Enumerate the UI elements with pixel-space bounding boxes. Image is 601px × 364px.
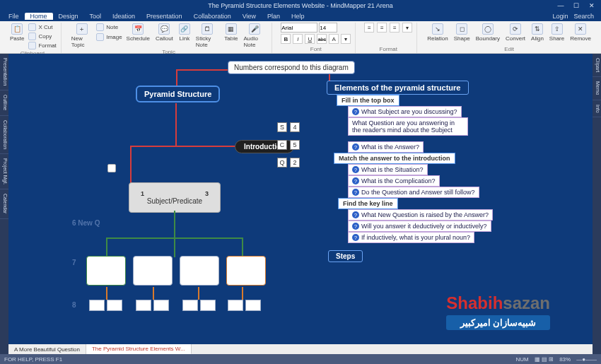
pyramid-structure-node[interactable]: Pyramid Structure	[136, 86, 220, 102]
key-q[interactable]: Q	[277, 158, 287, 168]
minimize-button[interactable]: —	[556, 2, 566, 9]
tab-info[interactable]: Info	[593, 100, 601, 118]
highlight-button[interactable]: ▾	[341, 34, 351, 44]
audio-note-button[interactable]: 🎤Audio Note	[242, 23, 267, 49]
tab-project-mgt[interactable]: Project Mgt.	[0, 154, 8, 189]
menu-plan[interactable]: Plan	[262, 13, 286, 20]
section-key-line[interactable]: Find the key line	[338, 198, 398, 209]
login-link[interactable]: Login	[552, 13, 568, 20]
item-answer[interactable]: ?What is the Answer?	[348, 141, 424, 153]
tab-presentation[interactable]: Presentation	[0, 54, 8, 90]
status-bar: FOR HELP, PRESS F1 NUM ▦ ▤ ⊞ 83% —●——	[0, 354, 601, 364]
remove-button[interactable]: ✕Remove	[568, 23, 593, 42]
tab-calendar[interactable]: Calendar	[0, 189, 8, 218]
top-banner-node[interactable]: Numbers correspond to this diagram	[228, 61, 355, 74]
dim-7: 7	[72, 259, 76, 266]
sub-leaf[interactable]	[228, 300, 243, 311]
sub-leaf[interactable]	[245, 300, 261, 311]
menu-tool[interactable]: Tool	[84, 13, 107, 20]
menu-collaboration[interactable]: Collaboration	[188, 13, 237, 20]
mindmap-canvas[interactable]: Numbers correspond to this diagram Pyram…	[8, 54, 593, 344]
tab-memo[interactable]: Memo	[593, 77, 601, 100]
font-size-select[interactable]	[319, 23, 337, 33]
menu-ideation[interactable]: Ideation	[107, 13, 141, 20]
font-family-select[interactable]	[281, 23, 317, 33]
key-4[interactable]: 4	[290, 122, 300, 132]
fill-button[interactable]: ▾	[402, 23, 412, 33]
leaf-node[interactable]	[226, 256, 266, 286]
zoom-slider[interactable]: —●——	[576, 356, 597, 363]
leaf-node[interactable]	[86, 256, 126, 286]
menu-home[interactable]: Home	[25, 13, 53, 20]
table-button[interactable]: ▦Table	[223, 23, 239, 42]
link-button[interactable]: 🔗Link	[177, 23, 192, 42]
leaf-node[interactable]	[133, 256, 173, 286]
close-button[interactable]: ✕	[587, 2, 597, 9]
doc-tab-2[interactable]: The Pyramid Structure Elements W...	[86, 344, 192, 354]
align-left-button[interactable]: ≡	[364, 23, 374, 33]
new-topic-button[interactable]: ＋New Topic	[70, 23, 94, 49]
item-plural-noun[interactable]: ?If inductively, what is your plural nou…	[348, 232, 474, 243]
item-question[interactable]: What Question are you answering in the r…	[348, 117, 468, 136]
share-button[interactable]: ⇪Share	[548, 23, 566, 42]
section-fill-top-box[interactable]: Fill in the top box	[337, 95, 399, 106]
sub-leaf[interactable]	[153, 300, 169, 311]
item-qa-follow[interactable]: ?Do the Question and Answer still follow…	[348, 187, 479, 198]
align-center-button[interactable]: ≡	[377, 23, 387, 33]
shape-button[interactable]: ◻Shape	[453, 23, 472, 42]
strike-button[interactable]: abc	[317, 34, 327, 44]
item-deductive-inductive[interactable]: ?Will you answer it deductively or induc…	[348, 221, 491, 232]
zoom-level[interactable]: 83%	[559, 356, 571, 363]
steps-node[interactable]: Steps	[328, 250, 363, 262]
sub-leaf[interactable]	[200, 300, 216, 311]
key-c[interactable]: C	[277, 140, 287, 150]
copy-button[interactable]: Copy	[28, 32, 56, 41]
tab-collaboration[interactable]: Collaboration	[0, 116, 8, 154]
font-color-button[interactable]: A	[329, 34, 339, 44]
elements-head-node[interactable]: Elements of the pyramid structure	[327, 81, 469, 95]
question-icon: ?	[352, 166, 359, 173]
menu-view[interactable]: View	[237, 13, 262, 20]
item-subject[interactable]: ?What Subject are you discussing?	[348, 106, 462, 117]
sub-leaf[interactable]	[182, 300, 198, 311]
sub-leaf[interactable]	[107, 300, 122, 311]
key-5[interactable]: 5	[290, 140, 300, 150]
schedule-button[interactable]: 📅Schedule	[125, 23, 151, 42]
section-match-answer[interactable]: Match the answer to the introduction	[334, 153, 455, 164]
image-button[interactable]: Image	[96, 33, 122, 42]
align-right-button[interactable]: ≡	[390, 23, 399, 33]
relation-button[interactable]: ↘Relation	[426, 23, 449, 42]
italic-button[interactable]: I	[293, 34, 303, 44]
boundary-button[interactable]: ◯Boundary	[474, 23, 501, 42]
key-2[interactable]: 2	[290, 158, 300, 168]
doc-tab-1[interactable]: A More Beautiful Question	[8, 344, 86, 354]
tab-outline[interactable]: Outline	[0, 90, 8, 115]
view-buttons[interactable]: ▦ ▤ ⊞	[535, 356, 554, 363]
item-situation[interactable]: ?What is the Situation?	[348, 164, 428, 175]
menu-design[interactable]: Design	[53, 13, 84, 20]
paste-button[interactable]: 📋Paste	[8, 23, 25, 42]
search-link[interactable]: Search	[573, 13, 594, 20]
leaf-node[interactable]	[180, 256, 219, 286]
menu-help[interactable]: Help	[286, 13, 310, 20]
sub-leaf[interactable]	[89, 300, 105, 311]
maximize-button[interactable]: ☐	[571, 2, 581, 9]
align-button[interactable]: ⇅Align	[530, 23, 545, 42]
tab-clipart[interactable]: Clipart	[593, 54, 601, 77]
item-complication[interactable]: ?What is the Complication?	[348, 175, 440, 187]
note-button[interactable]: Note	[96, 23, 122, 32]
menu-file[interactable]: File	[3, 13, 25, 20]
underline-button[interactable]: U	[305, 34, 315, 44]
bold-button[interactable]: B	[281, 34, 291, 44]
menu-presentation[interactable]: Presentation	[141, 13, 188, 20]
sub-leaf[interactable]	[136, 300, 151, 311]
convert-button[interactable]: ⟳Convert	[504, 23, 527, 42]
callout-button[interactable]: 💬Callout	[154, 23, 175, 42]
item-new-question[interactable]: ?What New Question is raised by the Answ…	[348, 209, 493, 221]
handle-node[interactable]	[107, 164, 116, 172]
key-s[interactable]: S	[277, 122, 287, 132]
subject-predicate-node[interactable]: 13 Subject/Predicate	[129, 182, 221, 213]
cut-button[interactable]: X Cut	[28, 23, 56, 32]
format-painter-button[interactable]: Format	[28, 41, 56, 50]
sticky-note-button[interactable]: 🗒Sticky Note	[194, 23, 221, 49]
